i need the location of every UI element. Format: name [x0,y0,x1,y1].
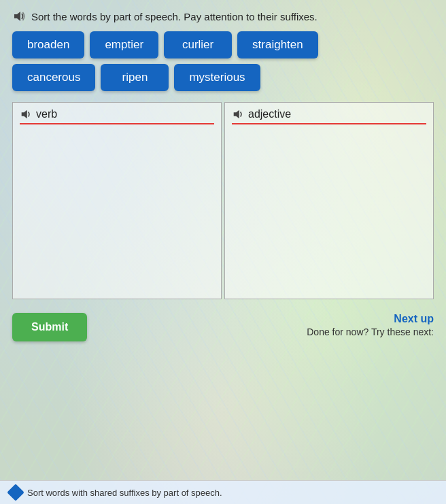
word-broaden[interactable]: broaden [12,31,84,58]
adjective-drop-area[interactable] [232,129,426,293]
sort-box-verb[interactable]: verb [12,102,222,299]
word-straighten[interactable]: straighten [237,31,318,58]
adjective-speaker-icon[interactable] [232,108,244,120]
word-cancerous[interactable]: cancerous [12,64,95,91]
adjective-label: adjective [248,108,291,120]
sort-columns: verb adjective [12,102,434,299]
verb-label: verb [36,108,57,120]
sort-box-adjective[interactable]: adjective [224,102,434,299]
verb-drop-area[interactable] [20,129,214,293]
word-emptier[interactable]: emptier [90,31,158,58]
sort-box-adjective-header: adjective [232,108,426,124]
next-up-area: Next up Done for now? Try these next: [307,313,434,337]
instruction-speaker-icon[interactable] [12,10,26,23]
words-row-1: broaden emptier curlier straighten [12,31,434,58]
next-up-subtitle: Done for now? Try these next: [307,326,434,337]
words-row-2: cancerous ripen mysterious [12,64,434,91]
bottom-bar-text: Sort words with shared suffixes by part … [27,488,222,498]
words-area: broaden emptier curlier straighten cance… [12,31,434,91]
svg-marker-2 [234,110,239,119]
svg-marker-0 [14,12,20,21]
next-up-title: Next up [307,313,434,325]
diamond-icon [7,484,24,501]
word-curlier[interactable]: curlier [164,31,232,58]
sort-box-verb-header: verb [20,108,214,124]
word-mysterious[interactable]: mysterious [174,64,260,91]
instruction-text: Sort the words by part of speech. Pay at… [31,11,318,22]
bottom-bar: Sort words with shared suffixes by part … [0,480,446,504]
verb-speaker-icon[interactable] [20,108,32,120]
bottom-row: Submit Next up Done for now? Try these n… [12,313,434,341]
svg-marker-1 [22,110,27,119]
submit-button[interactable]: Submit [12,313,87,341]
word-ripen[interactable]: ripen [101,64,169,91]
instruction-row: Sort the words by part of speech. Pay at… [12,10,434,23]
